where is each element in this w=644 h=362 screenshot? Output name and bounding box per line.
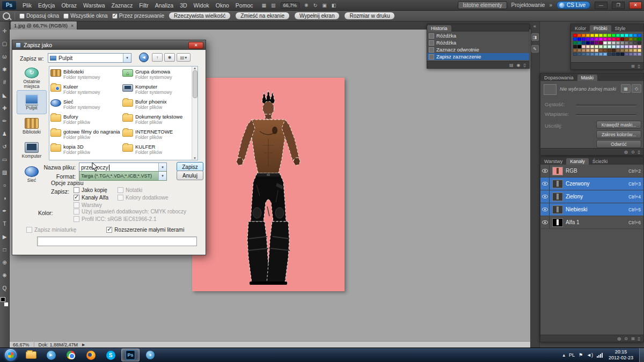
color-chips[interactable] (1, 297, 9, 307)
panel-tab[interactable]: Maski (577, 75, 598, 81)
color-swatch[interactable] (590, 53, 594, 56)
color-swatch[interactable] (616, 34, 620, 37)
color-swatch[interactable] (612, 49, 616, 52)
Użyj ustawień dodatkowych: CMYK roboczy[interactable]: Użyj ustawień dodatkowych: CMYK roboczy (74, 209, 186, 215)
color-swatch[interactable] (599, 38, 603, 41)
taskbar-media-player-button[interactable]: ▶ (42, 349, 60, 361)
background-color[interactable] (4, 302, 9, 307)
color-swatch[interactable] (603, 34, 607, 37)
file-item[interactable]: KULFERFolder plików (122, 143, 192, 158)
color-swatch[interactable] (625, 49, 628, 52)
menu-item[interactable]: Okno (213, 0, 232, 11)
file-item[interactable]: SiećFolder systemowy (50, 98, 120, 113)
menu-item[interactable]: Analiza (152, 0, 177, 11)
healing-brush-tool[interactable]: ✚ (1, 101, 9, 114)
color-swatch[interactable] (638, 38, 641, 41)
color-swatch[interactable] (620, 53, 624, 56)
color-swatch[interactable] (582, 41, 586, 45)
color-swatch[interactable] (573, 38, 577, 41)
color-swatch[interactable] (612, 45, 616, 48)
document-canvas[interactable] (192, 78, 345, 291)
color-swatch[interactable] (577, 38, 581, 41)
color-swatch[interactable] (573, 34, 577, 37)
panel-icon-b[interactable]: ✎ (531, 45, 539, 53)
option-button[interactable]: Zmieść na ekranie (235, 12, 290, 20)
pen-tool[interactable]: ✒ (1, 204, 9, 217)
color-swatch[interactable] (586, 53, 590, 56)
taskbar-firefox-button[interactable] (82, 349, 100, 361)
visibility-toggle[interactable] (540, 178, 550, 190)
volume-icon[interactable]: ◄) (587, 352, 593, 358)
color-swatch[interactable] (595, 34, 598, 37)
views-button[interactable]: ▤▾ (177, 53, 191, 62)
menu-item[interactable]: 3D (177, 0, 190, 11)
Zapisz miniaturkę[interactable]: Zapisz miniaturkę (26, 227, 76, 233)
color-swatch[interactable] (620, 38, 624, 41)
dialog-close-button[interactable]: ✕ (188, 42, 203, 49)
color-swatch[interactable] (629, 38, 633, 41)
color-swatch[interactable] (590, 41, 594, 45)
color-swatch[interactable] (608, 45, 611, 48)
zoom-tool-preset-icon[interactable] (3, 12, 10, 20)
color-swatch[interactable] (582, 53, 586, 56)
history-step[interactable]: Zapisz zaznaczenie (427, 53, 529, 60)
launch-bridge-icon[interactable]: ▦ (262, 3, 267, 8)
color-swatch[interactable] (612, 38, 616, 41)
mask-edge-button[interactable]: Krawędź maski... (596, 121, 641, 129)
color-swatch[interactable] (599, 53, 603, 56)
Ostatnie miejsca[interactable]: Ostatnie miejsca (17, 66, 47, 90)
file-item[interactable]: Grupa domowaFolder systemowy (122, 68, 192, 83)
panel-tab[interactable]: Kanały (566, 158, 589, 165)
new-folder-button[interactable]: ✱ (164, 53, 175, 62)
option-checkbox[interactable]: Wszystkie okna (63, 13, 107, 19)
color-swatch[interactable] (573, 41, 577, 45)
hidden-icons-button[interactable]: ▴ (562, 352, 565, 358)
marquee-tool[interactable]: ▢ (1, 37, 9, 50)
history-step[interactable]: Różdżka (427, 32, 529, 39)
brush-tool[interactable]: ✏ (1, 114, 9, 127)
3d-rotate-tool[interactable]: ⊕ (1, 256, 9, 269)
network-icon[interactable] (597, 352, 603, 358)
color-swatch[interactable] (595, 53, 598, 56)
invert-button[interactable]: Odwróć (596, 140, 641, 148)
color-swatch[interactable] (638, 45, 641, 48)
file-item[interactable]: BibliotekiFolder systemowy (50, 68, 120, 83)
panel-tab[interactable]: Kolor (571, 25, 590, 32)
load-selection-icon[interactable]: ◍ (624, 150, 628, 154)
menu-item[interactable]: Obraz (58, 0, 80, 11)
color-swatch[interactable] (586, 38, 590, 41)
show-desktop-button[interactable] (639, 348, 644, 362)
move-tool[interactable]: ✛ (1, 24, 9, 37)
taskbar-photoshop-button[interactable]: Ps (121, 349, 140, 361)
dialog-title-bar[interactable]: Zapisz jako ✕ (12, 40, 206, 50)
color-swatch[interactable] (603, 45, 607, 48)
menu-item[interactable]: Plik (19, 0, 35, 11)
history-brush-tool[interactable]: ↺ (1, 140, 9, 153)
file-item[interactable]: BuforyFolder plików (50, 113, 120, 128)
delete-channel-icon[interactable]: ▯ (638, 336, 640, 341)
color-swatch[interactable] (586, 49, 590, 52)
menu-item[interactable]: Widok (191, 0, 213, 11)
minimize-button[interactable]: — (595, 2, 608, 9)
color-swatch[interactable] (629, 49, 633, 52)
close-button[interactable]: ✕ (629, 2, 642, 9)
cancel-button[interactable]: Anuluj (177, 171, 203, 180)
path-selection-tool[interactable]: ▶ (1, 230, 9, 243)
color-swatch[interactable] (577, 49, 581, 52)
color-swatch[interactable] (586, 41, 590, 45)
color-swatch[interactable] (590, 38, 594, 41)
rotate-view-icon[interactable]: ↻ (313, 3, 318, 8)
color-swatch[interactable] (582, 45, 586, 48)
apply-mask-icon[interactable]: ⊙ (631, 150, 635, 154)
color-swatch[interactable] (620, 34, 624, 37)
scrollbar-thumb[interactable] (193, 70, 197, 98)
color-swatch[interactable] (620, 49, 624, 52)
color-swatch[interactable] (573, 45, 577, 48)
up-one-level-button[interactable]: ↑ (152, 53, 163, 62)
eraser-tool[interactable]: ▭ (1, 153, 9, 166)
option-checkbox[interactable]: Dopasuj okna (19, 13, 59, 19)
color-swatch[interactable] (629, 45, 633, 48)
file-item[interactable]: Dokumenty tekstoweFolder plików (122, 113, 192, 128)
color-swatch[interactable] (629, 41, 633, 45)
Jako kopię[interactable]: Jako kopię (74, 187, 108, 193)
